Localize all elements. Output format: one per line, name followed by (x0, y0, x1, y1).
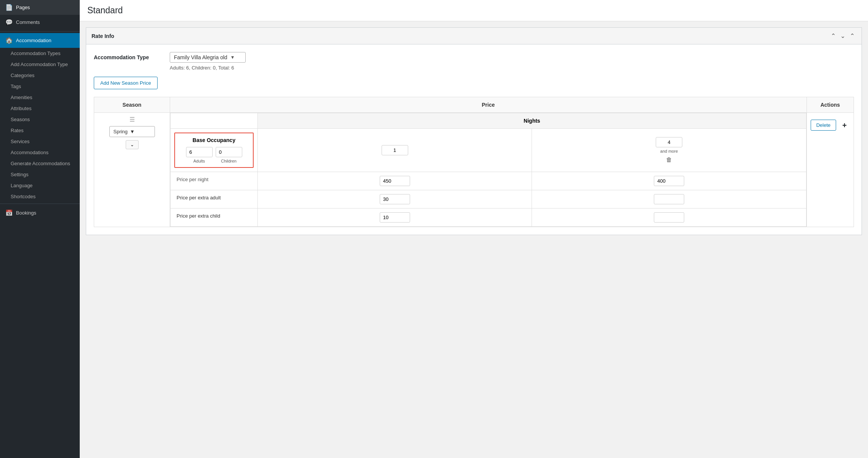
page-title-bar: Standard (80, 0, 868, 21)
accommodation-icon: 🏠 (5, 37, 13, 44)
price-2-input[interactable] (654, 176, 684, 186)
season-cell: ☰ Spring ▼ ⌄ (94, 113, 170, 227)
price-per-night-1-cell (258, 172, 532, 190)
rate-info-metabox: Rate Info ⌃ ⌄ ⌃ Accommodation Type Famil… (86, 27, 862, 235)
sidebar-item-amenities[interactable]: Amenities (0, 92, 80, 103)
season-column-header: Season (94, 97, 170, 113)
and-more-label: and more (660, 149, 678, 153)
sidebar-item-add-accommodation-type[interactable]: Add Accommodation Type (0, 59, 80, 70)
collapse-up-button[interactable]: ⌃ (829, 32, 837, 40)
meta-box-controls: ⌃ ⌄ ⌃ (829, 32, 856, 40)
delete-button[interactable]: Delete (811, 120, 836, 131)
sidebar-item-label: Bookings (16, 210, 36, 216)
main-content: Standard Rate Info ⌃ ⌄ ⌃ Accommodation T… (80, 0, 868, 458)
children-field: Children (216, 147, 242, 163)
comments-icon: 💬 (5, 19, 13, 26)
base-occupancy-box: Base Occupancy Adults (174, 133, 254, 168)
season-price-table: Season Price Actions ☰ Spring (94, 97, 854, 227)
sidebar-item-bookings[interactable]: 📅 Bookings (0, 205, 80, 220)
sidebar-item-attributes[interactable]: Attributes (0, 103, 80, 114)
sidebar-item-label: Comments (16, 19, 40, 25)
base-occupancy-cell: Base Occupancy Adults (170, 129, 258, 172)
bookings-icon: 📅 (5, 209, 13, 216)
extra-child-price-1-input[interactable] (380, 212, 410, 223)
accommodation-type-selected-value: Family Villa Alegria old (174, 54, 227, 60)
night-1-input[interactable] (382, 145, 408, 155)
extra-child-price-2-cell (532, 208, 806, 227)
extra-child-price-2-input[interactable] (654, 212, 684, 223)
accommodation-type-label: Accommodation Type (94, 52, 162, 60)
night-col-1-header (258, 129, 532, 172)
sidebar-item-label: Accommodation (16, 38, 51, 43)
sidebar-item-settings[interactable]: Settings (0, 169, 80, 180)
sidebar-item-accommodations[interactable]: Accommodations (0, 147, 80, 158)
sidebar-item-generate-accommodations[interactable]: Generate Accommodations (0, 158, 80, 169)
night-col-2-header: and more 🗑 (532, 129, 806, 172)
sidebar-item-accommodation-types[interactable]: Accommodation Types (0, 48, 80, 59)
nights-header: Nights (258, 113, 806, 129)
occupancy-inputs: Adults Children (179, 147, 249, 163)
extra-adult-price-2-input[interactable] (654, 194, 684, 204)
extra-adult-price-1-cell (258, 190, 532, 208)
accommodation-type-select[interactable]: Family Villa Alegria old ▼ (170, 52, 246, 63)
night-2-input[interactable] (656, 137, 682, 147)
sidebar-item-label: Pages (16, 5, 30, 10)
accommodation-type-value: Family Villa Alegria old ▼ Adults: 6, Ch… (170, 52, 854, 71)
sidebar-item-accommodation[interactable]: 🏠 Accommodation (0, 33, 80, 48)
collapse-down-button[interactable]: ⌄ (839, 32, 847, 40)
price-cell: Nights Base Occupancy (170, 113, 807, 227)
sidebar-item-language[interactable]: Language (0, 180, 80, 191)
sidebar-item-tags[interactable]: Tags (0, 81, 80, 92)
sidebar-item-rates[interactable]: Rates (0, 125, 80, 136)
price-1-input[interactable] (380, 176, 410, 186)
sidebar-item-shortcodes[interactable]: Shortcodes (0, 191, 80, 202)
accommodation-type-row: Accommodation Type Family Villa Alegria … (94, 52, 854, 71)
pages-icon: 📄 (5, 4, 13, 11)
extra-adult-row: Price per extra adult (170, 190, 806, 208)
sidebar: 📄 Pages 💬 Comments 🏠 Accommodation Accom… (0, 0, 80, 458)
sidebar-item-seasons[interactable]: Seasons (0, 114, 80, 125)
extra-child-row: Price per extra child (170, 208, 806, 227)
meta-box-title: Rate Info (92, 33, 114, 39)
sidebar-item-comments[interactable]: 💬 Comments (0, 15, 80, 30)
actions-column-header: Actions (806, 97, 854, 113)
extra-adult-price-2-cell (532, 190, 806, 208)
season-selected-value: Spring (114, 129, 128, 134)
chevron-down-icon: ▼ (130, 129, 135, 134)
page-title: Standard (87, 5, 860, 16)
add-new-season-price-button[interactable]: Add New Season Price (94, 77, 158, 89)
trash-icon[interactable]: 🗑 (666, 156, 672, 163)
price-per-night-row: Price per night (170, 172, 806, 190)
table-row: ☰ Spring ▼ ⌄ (94, 113, 854, 227)
adults-field: Adults (186, 147, 213, 163)
extra-adult-label: Price per extra adult (170, 190, 258, 208)
meta-box-content: Accommodation Type Family Villa Alegria … (86, 44, 862, 235)
add-night-column-button[interactable]: + (839, 120, 850, 131)
chevron-down-icon: ▼ (230, 55, 235, 60)
children-input[interactable] (216, 147, 242, 157)
price-column-header: Price (170, 97, 807, 113)
price-per-night-2-cell (532, 172, 806, 190)
extra-adult-price-1-input[interactable] (380, 194, 410, 204)
sidebar-item-services[interactable]: Services (0, 136, 80, 147)
season-select[interactable]: Spring ▼ (109, 126, 155, 137)
drag-handle-icon[interactable]: ☰ (98, 116, 166, 123)
adults-label: Adults (193, 159, 205, 163)
occupancy-header-cell (170, 113, 258, 129)
close-metabox-button[interactable]: ⌃ (848, 32, 856, 40)
price-per-night-label: Price per night (170, 172, 258, 190)
base-occupancy-label: Base Occupancy (179, 137, 249, 143)
row-collapse-button[interactable]: ⌄ (126, 140, 139, 149)
children-label: Children (221, 159, 237, 163)
extra-child-price-1-cell (258, 208, 532, 227)
actions-cell: Delete + (806, 113, 854, 227)
sidebar-item-pages[interactable]: 📄 Pages (0, 0, 80, 15)
adults-input[interactable] (186, 147, 213, 157)
extra-child-label: Price per extra child (170, 208, 258, 227)
meta-box-header[interactable]: Rate Info ⌃ ⌄ ⌃ (86, 28, 862, 44)
sidebar-item-categories[interactable]: Categories (0, 70, 80, 81)
accommodation-type-sub-text: Adults: 6, Children: 0, Total: 6 (170, 65, 854, 71)
